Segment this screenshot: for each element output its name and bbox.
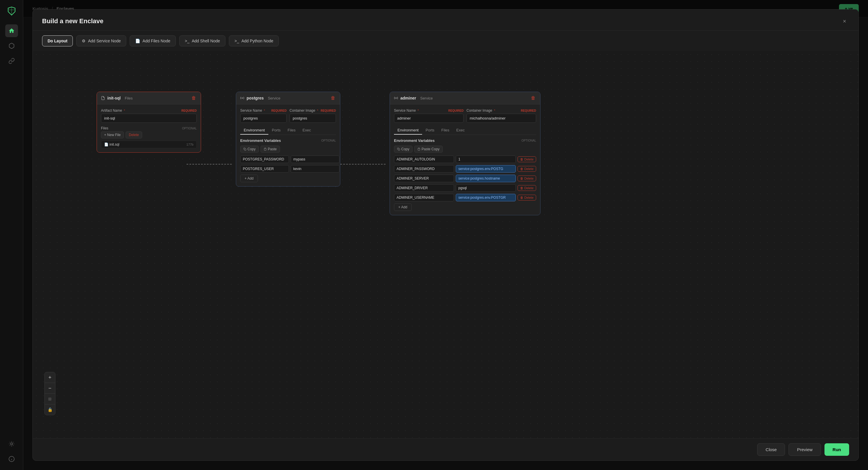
postgres-env-key-0[interactable] bbox=[240, 156, 289, 163]
tab-ports-postgres[interactable]: Ports bbox=[268, 126, 284, 135]
postgres-sn-required: REQUIRED bbox=[271, 109, 287, 112]
app-logo[interactable] bbox=[5, 5, 18, 18]
adminer-env-row-4: 🗑 Delete bbox=[394, 194, 536, 201]
artifact-name-label: Artifact Name * REQUIRED bbox=[101, 108, 197, 113]
adminer-container-image-input[interactable] bbox=[466, 114, 536, 123]
postgres-env-val-1[interactable] bbox=[291, 165, 339, 173]
tab-environment-postgres[interactable]: Environment bbox=[240, 126, 268, 135]
adminer-node-type: Service bbox=[420, 96, 433, 100]
add-python-label: Add Python Node bbox=[241, 39, 273, 43]
do-layout-button[interactable]: Do Layout bbox=[42, 35, 73, 46]
adminer-env-delete-2[interactable]: 🗑 Delete bbox=[518, 176, 536, 181]
sidebar-item-info[interactable] bbox=[5, 452, 18, 465]
adminer-env-val-3[interactable] bbox=[456, 184, 516, 192]
sidebar-item-links[interactable] bbox=[5, 55, 18, 67]
adminer-env-key-4[interactable] bbox=[394, 194, 454, 201]
adminer-env-delete-3[interactable]: 🗑 Delete bbox=[518, 185, 536, 191]
adminer-env-key-1[interactable] bbox=[394, 165, 454, 173]
adminer-env-val-1[interactable] bbox=[456, 165, 516, 173]
adminer-env-header: Environment Variables OPTIONAL bbox=[394, 138, 536, 143]
postgres-env-val-0[interactable] bbox=[291, 156, 339, 163]
modal-header: Build a new Enclave × bbox=[33, 9, 859, 31]
canvas-area[interactable]: init-sql Files 🗑 Artifact Name * REQUIRE… bbox=[33, 51, 859, 438]
file-name: 📄 init.sql bbox=[104, 143, 119, 147]
postgres-tabs: Environment Ports Files Exec bbox=[240, 126, 336, 135]
adminer-service-name-input[interactable] bbox=[394, 114, 464, 123]
sidebar-item-home[interactable] bbox=[5, 24, 18, 37]
adminer-env-key-2[interactable] bbox=[394, 175, 454, 182]
adminer-env-delete-4[interactable]: 🗑 Delete bbox=[518, 195, 536, 200]
new-file-button[interactable]: + New File bbox=[101, 131, 124, 138]
adminer-node-delete-button[interactable]: 🗑 bbox=[530, 95, 536, 101]
files-node-init-sql: init-sql Files 🗑 Artifact Name * REQUIRE… bbox=[97, 92, 201, 153]
tab-files-adminer[interactable]: Files bbox=[438, 126, 453, 135]
postgres-service-name-input[interactable] bbox=[240, 114, 287, 123]
adminer-env-row-3: 🗑 Delete bbox=[394, 184, 536, 192]
svg-point-0 bbox=[10, 443, 12, 445]
add-files-label: Add Files Node bbox=[143, 39, 170, 43]
add-service-node-button[interactable]: ⚙ Add Service Node bbox=[76, 35, 126, 46]
postgres-node-delete-button[interactable]: 🗑 bbox=[330, 95, 336, 101]
add-files-node-button[interactable]: 📄 Add Files Node bbox=[130, 35, 176, 46]
preview-button[interactable]: Preview bbox=[788, 443, 821, 456]
service-node-adminer: adminer Service 🗑 Service Name * REQUIR bbox=[390, 92, 540, 215]
adminer-env-title: Environment Variables bbox=[394, 138, 435, 143]
svg-rect-6 bbox=[265, 148, 266, 149]
postgres-copy-button[interactable]: Copy bbox=[240, 146, 259, 153]
add-shell-node-button[interactable]: >_ Add Shell Node bbox=[179, 35, 225, 46]
tab-exec-postgres[interactable]: Exec bbox=[299, 126, 314, 135]
svg-point-4 bbox=[242, 97, 243, 99]
modal-title: Build a new Enclave bbox=[42, 18, 103, 25]
postgres-add-env-button[interactable]: + Add bbox=[240, 175, 258, 182]
adminer-env-key-3[interactable] bbox=[394, 184, 454, 192]
add-service-label: Add Service Node bbox=[88, 39, 121, 43]
postgres-env-optional: OPTIONAL bbox=[321, 139, 336, 142]
tab-ports-adminer[interactable]: Ports bbox=[422, 126, 438, 135]
adminer-paste-button[interactable]: Paste Copy bbox=[414, 146, 443, 153]
postgres-env-key-1[interactable] bbox=[240, 165, 289, 173]
service-icon: ⚙ bbox=[82, 39, 86, 43]
adminer-env-key-0[interactable] bbox=[394, 156, 454, 163]
adminer-env-val-4[interactable] bbox=[456, 194, 516, 201]
tab-files-postgres[interactable]: Files bbox=[284, 126, 299, 135]
delete-file-button[interactable]: Delete bbox=[126, 131, 142, 138]
adminer-env-delete-0[interactable]: 🗑 Delete bbox=[518, 156, 536, 162]
adminer-service-name-field: Service Name * REQUIRED bbox=[394, 108, 464, 126]
files-optional-badge: OPTIONAL bbox=[182, 127, 197, 130]
tab-exec-adminer[interactable]: Exec bbox=[453, 126, 468, 135]
adminer-container-image-field: Container Image * REQUIRED bbox=[466, 108, 536, 126]
zoom-lock-icon[interactable]: 🔒 bbox=[45, 404, 55, 415]
zoom-fit-icon[interactable]: ⊞ bbox=[45, 394, 55, 404]
zoom-in-button[interactable]: + bbox=[45, 372, 55, 383]
postgres-node-type: Service bbox=[268, 96, 280, 100]
file-doc-icon bbox=[101, 96, 105, 100]
tab-environment-adminer[interactable]: Environment bbox=[394, 126, 422, 135]
postgres-paste-button[interactable]: Paste bbox=[260, 146, 280, 153]
zoom-out-button[interactable]: − bbox=[45, 383, 55, 394]
artifact-required-badge: REQUIRED bbox=[181, 109, 197, 112]
modal-close-button[interactable]: × bbox=[840, 17, 849, 26]
sidebar-item-cube[interactable] bbox=[5, 39, 18, 52]
adminer-env-delete-1[interactable]: 🗑 Delete bbox=[518, 166, 536, 172]
run-button[interactable]: Run bbox=[825, 443, 849, 456]
postgres-env-title: Environment Variables bbox=[240, 138, 281, 143]
artifact-name-input[interactable] bbox=[101, 114, 197, 123]
copy-icon bbox=[243, 148, 246, 151]
adminer-env-row-1: 🗑 Delete bbox=[394, 165, 536, 173]
adminer-env-val-0[interactable] bbox=[456, 156, 516, 163]
adminer-env-val-2[interactable] bbox=[456, 175, 516, 182]
adminer-copy-button[interactable]: Copy bbox=[394, 146, 412, 153]
close-button[interactable]: Close bbox=[757, 443, 785, 456]
add-python-node-button[interactable]: >_ Add Python Node bbox=[229, 35, 279, 46]
files-node-delete-button[interactable]: 🗑 bbox=[191, 95, 197, 101]
zoom-controls: + − ⊞ 🔒 bbox=[44, 372, 55, 415]
adminer-tabs: Environment Ports Files Exec bbox=[394, 126, 536, 135]
adminer-add-env-button[interactable]: + Add bbox=[394, 203, 412, 211]
postgres-node-name: postgres bbox=[247, 96, 264, 100]
postgres-container-image-input[interactable] bbox=[289, 114, 336, 123]
adminer-env-optional: OPTIONAL bbox=[521, 139, 536, 142]
sidebar-item-debug[interactable] bbox=[5, 438, 18, 450]
svg-rect-8 bbox=[398, 149, 400, 150]
files-node-name: init-sql bbox=[107, 96, 121, 100]
adminer-copy-icon bbox=[397, 148, 400, 151]
